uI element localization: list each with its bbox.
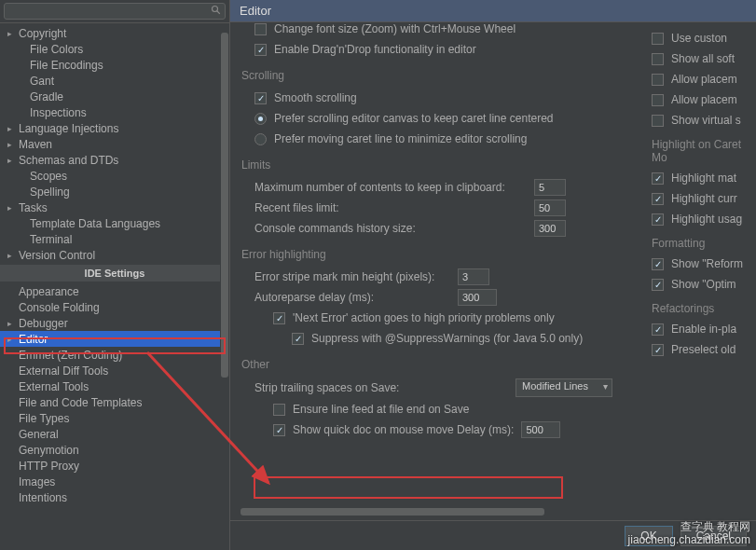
checkbox-icon[interactable]: ✓ — [652, 344, 664, 356]
use-custom-row[interactable]: Use custon — [648, 28, 756, 48]
show-virtual-row[interactable]: Show virtual s — [648, 110, 756, 131]
tree-item-appearance[interactable]: Appearance — [0, 283, 229, 299]
tree-item-console-folding[interactable]: Console Folding — [0, 299, 229, 315]
allow-placem1-row[interactable]: Allow placem — [648, 69, 756, 89]
sidebar-scrollbar-thumb[interactable] — [221, 33, 228, 378]
tree-item-label: Maven — [19, 138, 52, 151]
quick-doc-label: Show quick doc on mouse move Delay (ms): — [293, 423, 514, 436]
hl-matched-row[interactable]: ✓Highlight mat — [648, 168, 756, 188]
tree-item-label: Editor — [19, 333, 48, 346]
tree-item-label: External Tools — [19, 380, 89, 393]
dialog-footer: OK Cancel — [230, 520, 756, 550]
tree-item-external-tools[interactable]: External Tools — [0, 378, 229, 394]
sidebar-scrollbar[interactable] — [220, 23, 229, 550]
tree-item-label: Inspections — [30, 106, 87, 119]
settings-tree[interactable]: ▸CopyrightFile ColorsFile EncodingsGantG… — [0, 23, 229, 550]
console-input[interactable] — [534, 220, 566, 237]
checkbox-icon[interactable]: ✓ — [254, 92, 267, 104]
settings-sidebar: ▸CopyrightFile ColorsFile EncodingsGantG… — [0, 0, 230, 550]
strip-dropdown[interactable]: Modified Lines — [515, 378, 612, 397]
next-error-label: 'Next Error' action goes to high priorit… — [293, 311, 555, 324]
strip-label: Strip trailing spaces on Save: — [254, 381, 515, 394]
ok-button[interactable]: OK — [625, 526, 672, 546]
enable-inplace-row[interactable]: ✓Enable in-pla — [648, 319, 756, 339]
tree-item-terminal[interactable]: Terminal — [0, 231, 229, 247]
expand-arrow-icon: ▸ — [7, 319, 19, 328]
radio-icon[interactable] — [254, 113, 267, 125]
hl-usages-row[interactable]: ✓Highlight usag — [648, 209, 756, 229]
tree-item-copyright[interactable]: ▸Copyright — [0, 25, 229, 41]
checkbox-icon[interactable] — [273, 404, 285, 416]
tree-item-scopes[interactable]: Scopes — [0, 168, 229, 184]
checkbox-icon[interactable]: ✓ — [652, 213, 664, 226]
checkbox-icon[interactable]: ✓ — [652, 279, 664, 291]
tree-item-debugger[interactable]: ▸Debugger — [0, 315, 229, 331]
ensure-lf-row[interactable]: Ensure line feed at file end on Save — [241, 399, 756, 419]
quick-doc-delay-input[interactable] — [521, 421, 560, 438]
hl-current-row[interactable]: ✓Highlight curr — [648, 188, 756, 209]
tree-item-label: Gant — [30, 75, 54, 88]
radio-icon[interactable] — [254, 133, 267, 145]
quick-doc-row[interactable]: ✓ Show quick doc on mouse move Delay (ms… — [241, 419, 756, 440]
checkbox-icon[interactable]: ✓ — [652, 258, 664, 270]
tree-item-general[interactable]: General — [0, 426, 229, 442]
search-icon — [211, 5, 222, 16]
tree-item-gradle[interactable]: Gradle — [0, 89, 229, 104]
checkbox-icon[interactable]: ✓ — [292, 333, 304, 345]
tree-item-emmet-zen-coding-[interactable]: Emmet (Zen Coding) — [0, 347, 229, 363]
show-reform-row[interactable]: ✓Show "Reform — [648, 254, 756, 274]
preselect-row[interactable]: ✓Preselect old — [648, 339, 756, 360]
hscroll-thumb[interactable] — [241, 508, 544, 516]
checkbox-icon[interactable] — [652, 74, 664, 86]
tree-item-images[interactable]: Images — [0, 474, 229, 489]
tree-item-inspections[interactable]: Inspections — [0, 104, 229, 120]
show-optim-row[interactable]: ✓Show "Optim — [648, 274, 756, 295]
tree-item-file-types[interactable]: File Types — [0, 410, 229, 426]
tree-item-http-proxy[interactable]: HTTP Proxy — [0, 458, 229, 474]
allow-placem2-row[interactable]: Allow placem — [648, 89, 756, 110]
tree-item-genymotion[interactable]: Genymotion — [0, 442, 229, 458]
tree-item-tasks[interactable]: ▸Tasks — [0, 199, 229, 215]
clipboard-label: Maximum number of contents to keep in cl… — [254, 181, 534, 194]
tree-item-language-injections[interactable]: ▸Language Injections — [0, 120, 229, 136]
tree-item-external-diff-tools[interactable]: External Diff Tools — [0, 363, 229, 378]
checkbox-icon[interactable]: ✓ — [273, 312, 285, 324]
tree-item-label: File and Code Templates — [19, 396, 143, 409]
horizontal-scrollbar[interactable] — [241, 507, 747, 516]
tree-item-label: File Types — [19, 412, 69, 425]
tree-item-editor[interactable]: ▸Editor — [0, 331, 229, 347]
checkbox-icon[interactable]: ✓ — [652, 193, 664, 205]
strip-row: Strip trailing spaces on Save: Modified … — [241, 377, 756, 399]
tree-item-intentions[interactable]: Intentions — [0, 489, 229, 505]
checkbox-icon[interactable]: ✓ — [273, 424, 285, 436]
stripe-input[interactable] — [458, 268, 489, 285]
tree-item-label: External Diff Tools — [19, 364, 108, 378]
highlight-caret-title: Highlight on Caret Mo — [648, 131, 756, 168]
tree-item-template-data-languages[interactable]: Template Data Languages — [0, 215, 229, 231]
tree-item-file-colors[interactable]: File Colors — [0, 41, 229, 57]
recent-input[interactable] — [534, 199, 566, 216]
console-label: Console commands history size: — [254, 222, 534, 235]
show-all-soft-row[interactable]: Show all soft — [648, 48, 756, 69]
clipboard-input[interactable] — [534, 179, 566, 196]
search-input[interactable] — [4, 3, 226, 20]
stripe-label: Error stripe mark min height (pixels): — [254, 270, 458, 283]
tree-item-file-encodings[interactable]: File Encodings — [0, 57, 229, 73]
checkbox-icon[interactable] — [652, 94, 664, 106]
checkbox-icon[interactable] — [652, 53, 664, 65]
checkbox-icon[interactable] — [652, 33, 664, 45]
cancel-button[interactable]: Cancel — [680, 526, 747, 546]
tree-item-file-and-code-templates[interactable]: File and Code Templates — [0, 394, 229, 410]
checkbox-icon[interactable]: ✓ — [652, 323, 664, 336]
enable-dnd-label: Enable Drag'n'Drop functionality in edit… — [274, 43, 476, 56]
checkbox-icon[interactable] — [652, 115, 664, 127]
autoreparse-input[interactable] — [458, 289, 497, 306]
tree-item-spelling[interactable]: Spelling — [0, 184, 229, 199]
tree-item-gant[interactable]: Gant — [0, 73, 229, 89]
checkbox-icon[interactable]: ✓ — [254, 44, 267, 56]
checkbox-icon[interactable]: ✓ — [652, 172, 664, 185]
checkbox-icon[interactable] — [254, 23, 267, 35]
tree-item-version-control[interactable]: ▸Version Control — [0, 247, 229, 263]
tree-item-schemas-and-dtds[interactable]: ▸Schemas and DTDs — [0, 152, 229, 168]
tree-item-maven[interactable]: ▸Maven — [0, 136, 229, 152]
